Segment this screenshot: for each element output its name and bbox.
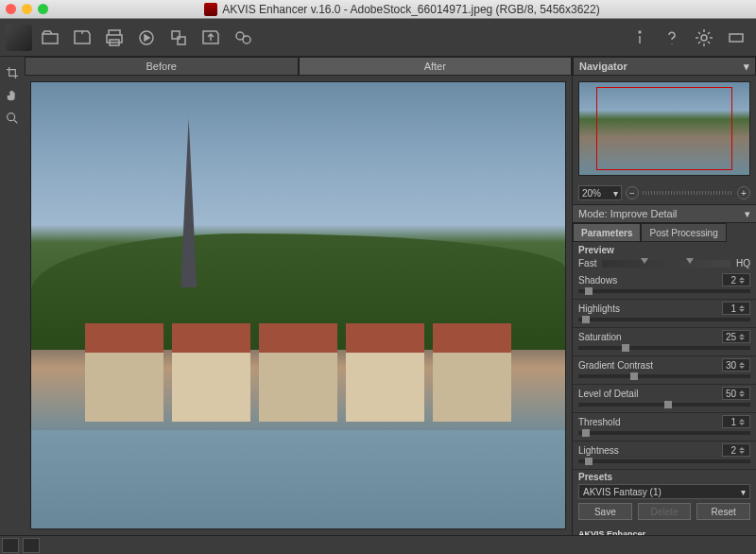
parameters-panel: Preview Fast HQ Shadows2Highlights1Satur… [573,242,756,535]
param-slider[interactable] [578,403,750,407]
param-threshold: Threshold1 [573,413,756,441]
param-slider[interactable] [578,431,750,435]
canvas-area: Before After [25,57,572,535]
traffic-lights [6,4,48,14]
stepper-icon[interactable] [739,277,745,284]
param-label: Level of Detail [578,389,638,399]
zoom-slider-track[interactable] [643,191,733,195]
navigator-header[interactable]: Navigator ▾ [573,57,756,76]
param-value-input[interactable]: 1 [722,302,750,315]
svg-point-5 [639,31,641,33]
panel-toggle-button[interactable] [722,24,750,52]
param-tabs: Parameters Post Processing [573,223,756,242]
maximize-window-button[interactable] [38,4,48,14]
window-title-wrap: AKVIS Enhancer v.16.0 - AdobeStock_66014… [54,3,750,16]
zoom-out-button[interactable]: − [626,186,639,199]
svg-point-6 [701,35,707,41]
zoom-tool[interactable] [2,108,23,129]
param-level-of-detail: Level of Detail50 [573,385,756,413]
zoom-in-button[interactable]: + [737,186,750,199]
window-title: AKVIS Enhancer v.16.0 - AdobeStock_66014… [222,3,599,16]
main-toolbar [0,19,756,57]
mode-value: Improve Detail [610,208,678,219]
param-label: Threshold [578,417,620,427]
save-preset-button[interactable]: Save [578,503,632,520]
navigator-thumbnail[interactable] [578,81,750,176]
dropdown-icon: ▾ [745,208,750,220]
param-value-input[interactable]: 2 [722,443,750,457]
view-mode-split-button[interactable] [23,538,40,553]
description-title: AKVIS Enhancer [578,529,645,535]
description-panel: AKVIS Enhancer AKVIS Enhancer is image e… [573,526,756,535]
app-logo [6,25,32,51]
help-button[interactable] [658,24,686,52]
tab-after[interactable]: After [299,57,573,76]
param-value-input[interactable]: 50 [722,387,750,400]
delete-preset-button[interactable]: Delete [638,503,692,520]
minimize-window-button[interactable] [22,4,32,14]
titlebar: AKVIS Enhancer v.16.0 - AdobeStock_66014… [0,0,756,19]
view-mode-single-button[interactable] [2,538,19,553]
info-button[interactable] [626,24,654,52]
open-button[interactable] [36,24,64,52]
tab-before[interactable]: Before [25,57,299,76]
hand-tool[interactable] [2,85,23,106]
svg-rect-2 [178,37,185,44]
param-slider[interactable] [578,289,750,293]
param-label: Highlights [578,303,620,314]
param-gradient-contrast: Gradient Contrast30 [573,356,756,385]
presets-select[interactable]: AKVIS Fantasy (1)▾ [578,484,750,499]
mode-selector[interactable]: Mode: Improve Detail ▾ [573,204,756,223]
param-value-input[interactable]: 2 [722,273,750,286]
preview-hq-label: HQ [736,258,750,268]
tab-post-processing[interactable]: Post Processing [641,223,726,242]
param-label: Saturation [578,332,622,342]
presets-label: Presets [578,472,612,482]
param-label: Gradient Contrast [578,360,653,371]
settings-button[interactable] [229,24,257,52]
navigator-panel [573,76,756,182]
right-panel: Navigator ▾ 20%▾ − + Mode: Improve Detai… [572,57,756,535]
close-window-button[interactable] [6,4,16,14]
stepper-icon[interactable] [739,362,745,369]
batch-button[interactable] [164,24,193,52]
tab-parameters[interactable]: Parameters [573,223,641,242]
svg-rect-1 [172,31,180,39]
stepper-icon[interactable] [739,419,745,425]
mode-label: Mode: [578,208,608,219]
stepper-icon[interactable] [739,390,745,397]
print-button[interactable] [100,24,129,52]
stepper-icon[interactable] [739,447,745,454]
canvas[interactable] [25,76,572,535]
view-tabs: Before After [25,57,572,76]
reset-preset-button[interactable]: Reset [696,503,750,520]
zoom-select[interactable]: 20%▾ [578,185,622,200]
preview-fast-label: Fast [578,258,596,268]
param-slider[interactable] [578,318,750,321]
zoom-controls: 20%▾ − + [573,182,756,204]
run-button[interactable] [132,24,161,52]
image-preview[interactable] [30,81,566,529]
navigator-viewport-rect[interactable] [596,87,732,170]
param-slider[interactable] [578,346,750,350]
preview-quality-slider[interactable] [602,260,730,268]
param-label: Shadows [578,275,617,286]
share-button[interactable] [197,24,225,52]
param-slider[interactable] [578,459,750,463]
param-value-input[interactable]: 25 [722,330,750,343]
stepper-icon[interactable] [739,334,745,340]
svg-rect-7 [730,34,743,42]
preferences-button[interactable] [690,24,718,52]
preview-quality-row: Fast HQ [573,255,756,271]
svg-point-4 [243,36,250,43]
param-saturation: Saturation25 [573,328,756,356]
stepper-icon[interactable] [739,305,745,312]
left-toolbar [0,57,25,535]
dropdown-icon: ▾ [744,61,749,73]
save-button[interactable] [68,24,96,52]
preview-label: Preview [573,242,756,255]
param-value-input[interactable]: 1 [722,415,750,428]
param-slider[interactable] [578,374,750,378]
param-value-input[interactable]: 30 [722,358,750,372]
crop-tool[interactable] [2,62,23,83]
